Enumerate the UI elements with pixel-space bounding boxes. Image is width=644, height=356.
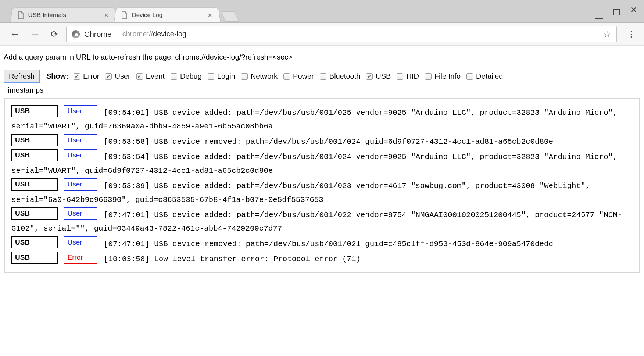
url-scheme: chrome:// [122,30,153,38]
checkbox-icon[interactable] [241,73,248,80]
checkbox-icon[interactable] [105,73,112,80]
checkbox-icon[interactable] [425,73,432,80]
window-controls: ✕ [595,7,637,17]
log-type-tag: USB [11,178,58,191]
controls-row: Refresh Show: ErrorUserEventDebugLoginNe… [4,70,640,83]
checkbox-icon[interactable] [466,73,473,80]
filter-label[interactable]: Debug [180,72,202,81]
reload-button[interactable]: ⟳ [46,29,63,39]
log-message: USB device removed: path=/dev/bus/usb/00… [154,138,553,146]
checkbox-icon[interactable] [136,73,143,80]
log-entry: USB User [09:53:58] USB device removed: … [11,134,633,149]
filter-login[interactable]: Login [208,72,235,81]
close-window-button[interactable]: ✕ [630,7,637,17]
log-timestamp: [10:03:58] [99,255,154,263]
filter-label[interactable]: Login [217,72,235,81]
log-level-tag: User [64,236,97,249]
filter-bluetooth[interactable]: Bluetooth [320,72,361,81]
url-path: device-log [153,30,186,38]
log-level-tag: User [64,149,97,161]
checkbox-icon[interactable] [283,73,290,80]
close-icon[interactable]: × [104,11,108,18]
bookmark-star-icon[interactable]: ☆ [603,29,611,39]
log-entry: USB User [09:54:01] USB device added: pa… [11,105,633,134]
log-type-tag: USB [11,236,58,249]
log-type-tag: USB [11,134,58,146]
log-entry: USB User [09:53:39] USB device added: pa… [11,178,633,207]
page-icon [17,11,24,19]
filter-event[interactable]: Event [136,72,165,81]
log-message: USB device removed: path=/dev/bus/usb/00… [154,240,553,248]
log-level-tag: User [64,178,97,191]
log-timestamp: [09:53:39] [99,182,154,190]
log-level-tag: User [64,105,97,117]
log-entry: USB User [09:53:54] USB device added: pa… [11,149,633,178]
close-icon[interactable]: × [208,11,212,18]
filter-label[interactable]: USB [376,72,391,81]
log-type-tag: USB [11,207,58,220]
tab-usb-internals[interactable]: USB Internals × [10,8,117,22]
separator [117,29,117,39]
log-entry: USB User [07:47:01] USB device removed: … [11,236,633,251]
checkbox-icon[interactable] [320,73,326,80]
maximize-button[interactable] [613,7,620,17]
page-content: Add a query param in URL to auto-refresh… [0,46,644,276]
address-bar[interactable]: Chrome chrome://device-log ☆ [66,26,617,42]
page-icon [121,11,128,19]
filter-label[interactable]: User [115,72,130,81]
log-type-tag: USB [11,149,58,161]
filter-file-info[interactable]: File Info [425,72,461,81]
log-type-tag: USB [11,252,58,264]
checkbox-icon[interactable] [366,73,373,80]
filter-usb[interactable]: USB [366,72,391,81]
log-timestamp: [09:54:01] [99,108,154,117]
log-level-tag: Error [64,252,97,264]
auto-refresh-hint: Add a query param in URL to auto-refresh… [4,53,640,61]
log-entry: USB User [07:47:01] USB device added: pa… [11,207,633,236]
navigation-bar: ← → ⟳ Chrome chrome://device-log ☆ ⋮ [0,23,644,46]
filter-label[interactable]: Detailed [476,72,503,81]
chrome-menu-button[interactable]: ⋮ [622,29,640,39]
log-message: Low-level transfer error: Protocol error… [154,255,361,263]
new-tab-button[interactable] [221,11,239,22]
filter-label[interactable]: Event [146,72,165,81]
checkbox-icon[interactable] [74,73,80,80]
filter-label[interactable]: Error [83,72,99,81]
checkbox-icon[interactable] [397,73,403,80]
filter-label[interactable]: Power [293,72,314,81]
log-entry: USB Error [10:03:58] Low-level transfer … [11,252,633,266]
log-type-tag: USB [11,105,58,117]
filter-hid[interactable]: HID [397,72,419,81]
log-timestamp: [07:47:01] [99,211,154,219]
filter-label[interactable]: Bluetooth [329,72,361,81]
filter-label[interactable]: HID [406,72,419,81]
log-timestamp: [07:47:01] [99,240,154,248]
checkbox-icon[interactable] [171,73,177,80]
filter-user[interactable]: User [105,72,130,81]
filter-error[interactable]: Error [74,72,99,81]
back-button[interactable]: ← [4,28,25,40]
chrome-origin-icon [72,30,80,38]
filter-label[interactable]: Network [251,72,278,81]
filter-network[interactable]: Network [241,72,278,81]
filter-power[interactable]: Power [283,72,314,81]
log-level-tag: User [64,207,97,220]
tab-device-log[interactable]: Device Log × [114,8,221,22]
log-level-tag: User [64,134,97,146]
filter-label[interactable]: File Info [434,72,461,81]
log-box: USB User [09:54:01] USB device added: pa… [4,98,640,273]
tab-title: USB Internals [28,11,100,18]
forward-button[interactable]: → [25,28,46,40]
show-label: Show: [46,72,68,81]
refresh-button[interactable]: Refresh [4,70,40,83]
minimize-button[interactable] [595,7,603,17]
filter-debug[interactable]: Debug [171,72,202,81]
filter-detailed[interactable]: Detailed [466,72,503,81]
tab-strip: USB Internals × Device Log × ✕ [0,0,644,23]
checkbox-icon[interactable] [208,73,214,80]
tab-title: Device Log [132,11,204,18]
log-message: USB device added: path=/dev/bus/usb/001/… [11,182,590,204]
log-timestamp: [09:53:54] [99,153,154,161]
log-timestamp: [09:53:58] [99,138,154,146]
timestamps-label: Timestamps [4,86,640,95]
